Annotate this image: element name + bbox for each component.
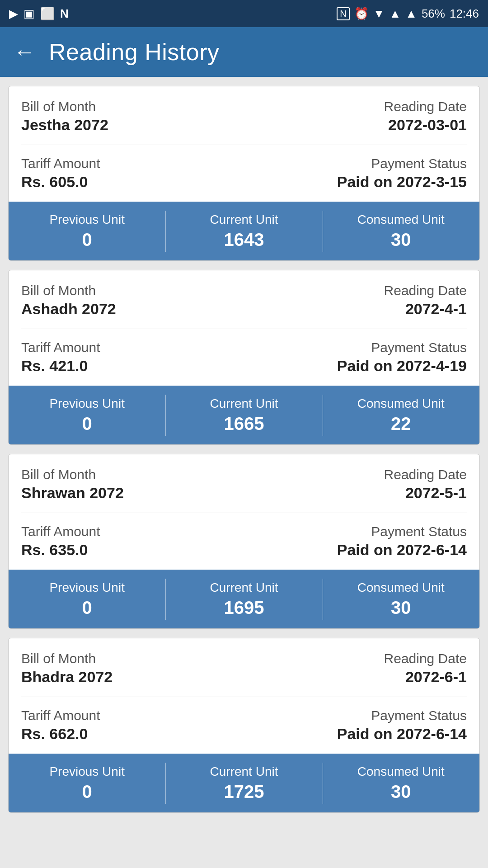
battery-level: 56%: [422, 7, 445, 21]
previous-unit-cell: Previous Unit 0: [9, 570, 165, 628]
app-header: ← Reading History: [0, 27, 488, 77]
current-unit-label: Current Unit: [210, 764, 278, 779]
payment-status-value: Paid on 2072-3-15: [337, 173, 467, 191]
n-icon: N: [60, 7, 69, 21]
previous-unit-label: Previous Unit: [49, 580, 125, 595]
previous-unit-cell: Previous Unit 0: [9, 754, 165, 812]
consumed-unit-label: Consumed Unit: [357, 764, 445, 779]
previous-unit-label: Previous Unit: [49, 212, 125, 227]
consumed-unit-label: Consumed Unit: [357, 212, 445, 227]
bill-of-month-field: Bill of Month Bhadra 2072: [21, 651, 113, 686]
payment-status-label: Payment Status: [337, 156, 467, 171]
bill-of-month-value: Jestha 2072: [21, 116, 108, 134]
payment-status-field: Payment Status Paid on 2072-6-14: [337, 708, 467, 743]
payment-status-field: Payment Status Paid on 2072-6-14: [337, 524, 467, 559]
reading-date-label: Reading Date: [384, 651, 467, 666]
current-unit-cell: Current Unit 1695: [165, 570, 322, 628]
payment-status-field: Payment Status Paid on 2072-3-15: [337, 156, 467, 191]
image-icon: ⬜: [40, 7, 55, 21]
previous-unit-label: Previous Unit: [49, 396, 125, 411]
previous-unit-cell: Previous Unit 0: [9, 386, 165, 444]
signal-icon-2: ▲: [405, 7, 417, 21]
reading-date-value: 2072-5-1: [384, 484, 467, 502]
payment-status-label: Payment Status: [337, 340, 467, 355]
tariff-amount-value: Rs. 662.0: [21, 725, 100, 743]
bill-row-month-date: Bill of Month Ashadh 2072 Reading Date 2…: [21, 283, 467, 329]
bill-card-top: Bill of Month Shrawan 2072 Reading Date …: [9, 454, 479, 570]
current-unit-value: 1643: [224, 230, 264, 250]
bill-row-tariff-payment: Tariff Amount Rs. 605.0 Payment Status P…: [21, 145, 467, 202]
bill-of-month-label: Bill of Month: [21, 99, 108, 114]
bill-row-tariff-payment: Tariff Amount Rs. 662.0 Payment Status P…: [21, 697, 467, 754]
tariff-amount-field: Tariff Amount Rs. 662.0: [21, 708, 100, 743]
previous-unit-value: 0: [82, 230, 92, 250]
back-button[interactable]: ←: [14, 41, 35, 63]
reading-date-value: 2072-03-01: [384, 116, 467, 134]
reading-date-field: Reading Date 2072-4-1: [384, 283, 467, 318]
consumed-unit-label: Consumed Unit: [357, 580, 445, 595]
bill-card: Bill of Month Ashadh 2072 Reading Date 2…: [8, 270, 480, 445]
tariff-amount-value: Rs. 421.0: [21, 357, 100, 375]
current-unit-cell: Current Unit 1643: [165, 202, 322, 260]
units-bar: Previous Unit 0 Current Unit 1643 Consum…: [9, 202, 479, 260]
reading-date-label: Reading Date: [384, 99, 467, 114]
tariff-amount-value: Rs. 635.0: [21, 541, 100, 559]
tariff-amount-label: Tariff Amount: [21, 340, 100, 355]
status-bar-left-icons: ▶ ▣ ⬜ N: [9, 7, 69, 21]
previous-unit-value: 0: [82, 414, 92, 434]
bill-of-month-value: Shrawan 2072: [21, 484, 124, 502]
alarm-icon: ⏰: [354, 7, 369, 21]
payment-status-field: Payment Status Paid on 2072-4-19: [337, 340, 467, 375]
reading-date-field: Reading Date 2072-6-1: [384, 651, 467, 686]
bill-card: Bill of Month Shrawan 2072 Reading Date …: [8, 454, 480, 629]
consumed-unit-cell: Consumed Unit 30: [323, 754, 479, 812]
reading-date-value: 2072-6-1: [384, 668, 467, 686]
bill-row-month-date: Bill of Month Jestha 2072 Reading Date 2…: [21, 99, 467, 145]
bill-of-month-field: Bill of Month Shrawan 2072: [21, 467, 124, 502]
reading-date-value: 2072-4-1: [384, 300, 467, 318]
units-bar: Previous Unit 0 Current Unit 1725 Consum…: [9, 754, 479, 812]
tariff-amount-field: Tariff Amount Rs. 635.0: [21, 524, 100, 559]
reading-date-field: Reading Date 2072-03-01: [384, 99, 467, 134]
current-unit-label: Current Unit: [210, 580, 278, 595]
reading-date-field: Reading Date 2072-5-1: [384, 467, 467, 502]
tariff-amount-field: Tariff Amount Rs. 421.0: [21, 340, 100, 375]
bill-row-month-date: Bill of Month Bhadra 2072 Reading Date 2…: [21, 651, 467, 697]
current-unit-label: Current Unit: [210, 396, 278, 411]
consumed-unit-cell: Consumed Unit 30: [323, 202, 479, 260]
previous-unit-cell: Previous Unit 0: [9, 202, 165, 260]
bill-of-month-field: Bill of Month Ashadh 2072: [21, 283, 116, 318]
previous-unit-value: 0: [82, 598, 92, 618]
youtube-icon: ▶: [9, 7, 18, 21]
previous-unit-value: 0: [82, 782, 92, 802]
reading-date-label: Reading Date: [384, 283, 467, 298]
payment-status-value: Paid on 2072-6-14: [337, 541, 467, 559]
bill-card: Bill of Month Jestha 2072 Reading Date 2…: [8, 86, 480, 261]
payment-status-value: Paid on 2072-6-14: [337, 725, 467, 743]
payment-status-label: Payment Status: [337, 708, 467, 723]
nfc-icon: N: [337, 7, 349, 20]
bill-row-tariff-payment: Tariff Amount Rs. 421.0 Payment Status P…: [21, 329, 467, 386]
consumed-unit-value: 30: [391, 782, 411, 802]
consumed-unit-value: 30: [391, 230, 411, 250]
current-unit-value: 1665: [224, 414, 264, 434]
consumed-unit-cell: Consumed Unit 30: [323, 570, 479, 628]
bill-of-month-label: Bill of Month: [21, 651, 113, 666]
current-unit-label: Current Unit: [210, 212, 278, 227]
bill-list: Bill of Month Jestha 2072 Reading Date 2…: [0, 77, 488, 822]
current-unit-value: 1725: [224, 782, 264, 802]
payment-status-value: Paid on 2072-4-19: [337, 357, 467, 375]
bill-of-month-label: Bill of Month: [21, 467, 124, 482]
phone-icon: ▣: [23, 7, 35, 21]
signal-icon: ▲: [389, 7, 401, 21]
bill-card-top: Bill of Month Ashadh 2072 Reading Date 2…: [9, 270, 479, 386]
previous-unit-label: Previous Unit: [49, 764, 125, 779]
tariff-amount-label: Tariff Amount: [21, 156, 100, 171]
bill-row-tariff-payment: Tariff Amount Rs. 635.0 Payment Status P…: [21, 513, 467, 570]
wifi-icon: ▼: [373, 7, 385, 21]
current-unit-cell: Current Unit 1725: [165, 754, 322, 812]
page-title: Reading History: [49, 38, 219, 66]
clock-time: 12:46: [450, 7, 479, 21]
status-bar-right-icons: N ⏰ ▼ ▲ ▲ 56% 12:46: [337, 7, 479, 21]
tariff-amount-field: Tariff Amount Rs. 605.0: [21, 156, 100, 191]
